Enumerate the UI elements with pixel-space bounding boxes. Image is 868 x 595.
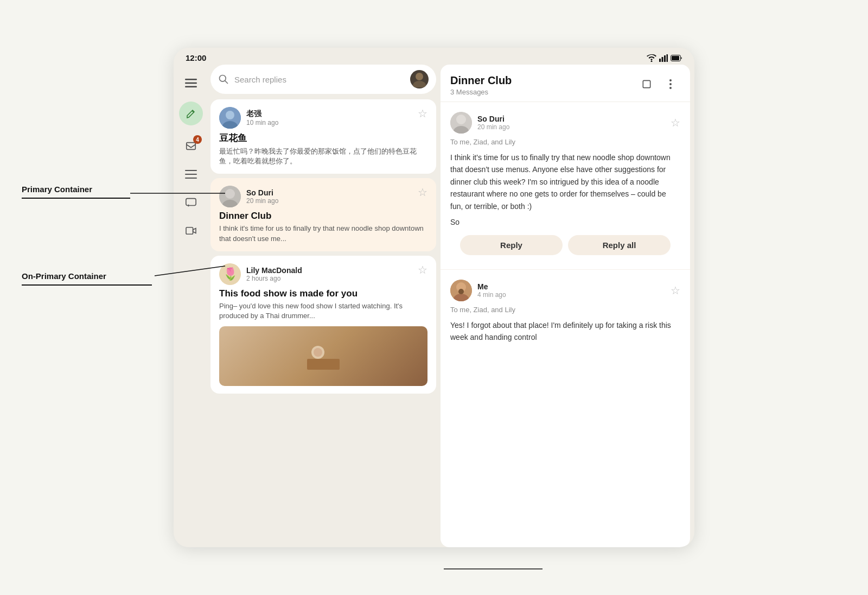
msg-avatar-me: [450, 280, 472, 301]
svg-rect-13: [185, 178, 197, 179]
sender-name-3: Lily MacDonald: [246, 266, 302, 275]
email-card-2[interactable]: So Duri 20 min ago ☆ Dinner Club I think…: [210, 178, 436, 251]
email-preview-3: Ping– you'd love this new food show I st…: [219, 301, 427, 321]
msg-sender-name-2: Me: [477, 282, 506, 291]
avatar-lily: 🌷: [219, 263, 241, 285]
reply-buttons: Reply Reply all: [450, 229, 680, 262]
svg-rect-7: [185, 79, 197, 80]
inbox-badge: 4: [193, 135, 202, 144]
svg-rect-26: [307, 359, 340, 370]
sidebar-video-icon[interactable]: [179, 219, 203, 243]
signal-icon: [659, 54, 668, 62]
svg-point-0: [651, 60, 653, 62]
status-icons: [647, 54, 682, 62]
search-icon: [218, 74, 229, 85]
avatar-soduri-list: [219, 186, 241, 207]
detail-header: Dinner Club 3 Messages: [441, 65, 690, 102]
msg-sender-name-1: So Duri: [477, 115, 509, 123]
sidebar-menu-icon[interactable]: [179, 71, 203, 95]
msg-body-2: Yes! I forgot about that place! I'm defi…: [450, 319, 680, 344]
svg-rect-9: [185, 86, 197, 88]
detail-messages: So Duri 20 min ago ☆ To me, Ziad, and Li…: [441, 102, 690, 547]
sidebar-chat-icon[interactable]: [179, 191, 203, 214]
primary-container-label: Primary Container: [22, 185, 130, 199]
svg-rect-8: [185, 83, 197, 84]
msg-sender-2: Me 4 min ago: [450, 280, 506, 301]
svg-point-17: [416, 73, 423, 80]
search-input[interactable]: Search replies: [234, 75, 405, 84]
message-item-2: Me 4 min ago ☆ To me, Ziad, and Lily Yes…: [441, 270, 690, 351]
svg-rect-11: [185, 170, 197, 171]
svg-point-38: [458, 289, 464, 294]
sidebar-inbox-icon[interactable]: 4: [179, 134, 203, 158]
email-card-1[interactable]: 老强 10 min ago ☆ 豆花鱼 最近忙吗？昨晚我去了你最爱的那家饭馆，点…: [210, 99, 436, 174]
msg-star-2[interactable]: ☆: [671, 284, 680, 297]
msg-sender-1: So Duri 20 min ago: [450, 112, 509, 134]
reply-button[interactable]: Reply: [460, 235, 563, 255]
svg-point-31: [669, 87, 672, 89]
svg-point-33: [456, 115, 466, 124]
svg-point-23: [225, 189, 235, 199]
outer-wrapper: Primary Container On-Primary Container 1…: [0, 0, 868, 595]
svg-point-18: [413, 81, 426, 87]
msg-recipients-2: To me, Ziad, and Lily: [450, 306, 680, 314]
svg-rect-4: [667, 54, 668, 62]
svg-rect-6: [672, 56, 679, 60]
msg-signature-1: So: [450, 218, 680, 226]
email-detail-panel: Dinner Club 3 Messages: [441, 65, 690, 547]
email-subject-2: Dinner Club: [219, 211, 427, 221]
sender-name-1: 老强: [246, 109, 278, 119]
msg-time-2: 4 min ago: [477, 291, 506, 299]
sidebar: 4: [174, 65, 208, 547]
star-icon-1[interactable]: ☆: [418, 107, 427, 120]
star-icon-2[interactable]: ☆: [418, 186, 427, 199]
msg-recipients-1: To me, Ziad, and Lily: [450, 138, 680, 146]
sender-time-1: 10 min ago: [246, 119, 278, 126]
detail-header-actions: [637, 74, 680, 94]
msg-time-1: 20 min ago: [477, 123, 509, 131]
user-avatar[interactable]: [410, 70, 429, 88]
svg-point-27: [314, 348, 322, 357]
email-preview-1: 最近忙吗？昨晚我去了你最爱的那家饭馆，点了他们的特色豆花鱼，吃着吃着就想你了。: [219, 147, 427, 166]
svg-point-30: [669, 83, 672, 85]
svg-rect-1: [659, 59, 661, 62]
detail-title: Dinner Club: [450, 74, 512, 87]
sender-name-2: So Duri: [246, 188, 278, 197]
svg-rect-12: [185, 174, 197, 175]
svg-rect-2: [662, 57, 663, 62]
status-bar: 12:00: [174, 48, 694, 65]
sender-time-2: 20 min ago: [246, 197, 278, 205]
compose-fab-button[interactable]: [179, 102, 203, 125]
svg-rect-15: [186, 227, 193, 235]
email-list-panel: Search replies: [208, 65, 441, 547]
on-primary-container-label: On-Primary Container: [22, 271, 152, 286]
msg-star-1[interactable]: ☆: [671, 116, 680, 129]
wifi-icon: [647, 54, 656, 62]
svg-rect-14: [186, 199, 196, 206]
email-preview-2: I think it's time for us to finally try …: [219, 224, 427, 243]
svg-point-20: [226, 111, 234, 119]
svg-rect-3: [664, 55, 666, 62]
email-card-3[interactable]: 🌷 Lily MacDonald 2 hours ago ☆ This food…: [210, 256, 436, 394]
svg-rect-28: [643, 80, 650, 87]
email-subject-1: 豆花鱼: [219, 132, 427, 144]
battery-icon: [671, 55, 682, 61]
reply-all-button[interactable]: Reply all: [568, 235, 671, 255]
sidebar-list-icon[interactable]: [179, 162, 203, 186]
detail-subtitle: 3 Messages: [450, 88, 512, 96]
email-image-preview: [219, 326, 427, 386]
status-time: 12:00: [186, 53, 206, 62]
svg-rect-10: [187, 143, 196, 150]
search-bar[interactable]: Search replies: [210, 65, 436, 94]
app-body: 4: [174, 65, 694, 547]
sender-time-3: 2 hours ago: [246, 275, 302, 282]
more-options-button[interactable]: [661, 74, 680, 94]
message-item-1: So Duri 20 min ago ☆ To me, Ziad, and Li…: [441, 102, 690, 270]
star-icon-3[interactable]: ☆: [418, 263, 427, 276]
msg-avatar-soduri: [450, 112, 472, 134]
device-frame: 12:00: [174, 48, 694, 547]
expand-button[interactable]: [637, 74, 656, 94]
msg-body-1: I think it's time for us to finally try …: [450, 151, 680, 212]
avatar-laozi: [219, 107, 241, 129]
email-subject-3: This food show is made for you: [219, 288, 427, 299]
